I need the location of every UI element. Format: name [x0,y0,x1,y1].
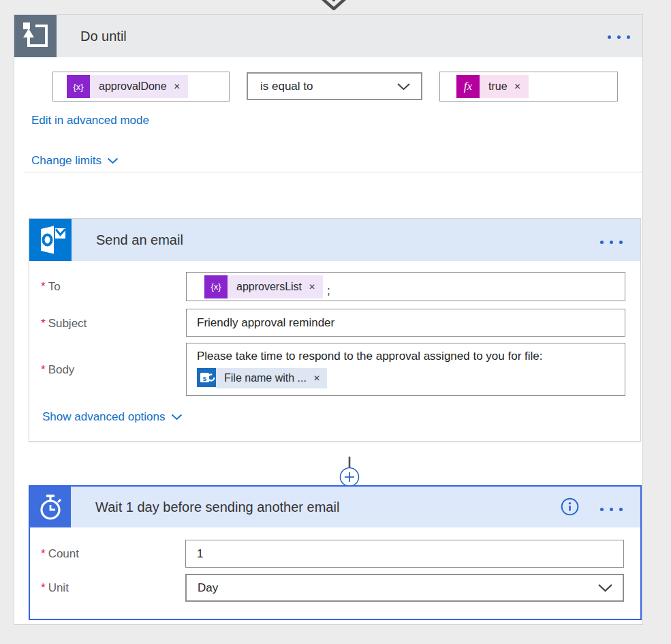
to-separator: ; [327,284,330,298]
show-advanced-options-link[interactable]: Show advanced options [42,410,183,424]
chevron-down-icon [107,157,119,164]
body-field-label: *Body [41,363,74,377]
stopwatch-icon [30,487,71,527]
body-input[interactable]: Please take time to respond to the appro… [186,343,625,396]
count-input[interactable]: 1 [185,540,624,568]
do-until-title: Do until [80,29,127,44]
unit-field-label: *Unit [41,581,69,595]
remove-token-icon[interactable]: ✕ [313,373,320,383]
do-until-header[interactable]: Do until [14,15,642,57]
condition-left-operand-field[interactable]: {x} approvalDone ✕ [52,72,230,102]
condition-right-operand-field[interactable]: fx true ✕ [439,72,618,102]
do-until-card: Do until {x} approvalDone ✕ is equal to … [14,14,643,625]
info-button[interactable] [561,497,579,519]
remove-token-icon[interactable]: ✕ [514,82,521,91]
chevron-down-icon [597,583,613,592]
change-limits-link[interactable]: Change limits [31,154,119,168]
variable-token-label: approversList [236,281,302,293]
unit-dropdown[interactable]: Day [185,574,624,602]
section-divider [25,172,642,172]
subject-input[interactable]: Friendly approval reminder [186,309,625,337]
edit-advanced-mode-link[interactable]: Edit in advanced mode [31,114,149,127]
variable-token-icon: {x} [204,275,228,298]
svg-text:s: s [202,374,206,382]
expression-token-icon: fx [456,75,480,98]
expression-token-true[interactable]: fx true ✕ [456,75,529,98]
condition-operator-value: is equal to [260,80,313,93]
variable-token-icon: {x} [67,75,90,98]
unit-dropdown-value: Day [198,581,218,595]
wait-header[interactable]: Wait 1 day before sending another email [30,487,640,527]
remove-token-icon[interactable]: ✕ [174,82,181,91]
sharepoint-icon: s [197,368,216,387]
send-email-title: Send an email [96,232,183,248]
body-text: Please take time to respond to the appro… [197,350,625,363]
chevron-down-icon [396,82,411,91]
expression-token-label: true [488,80,508,93]
info-icon [561,497,579,516]
edit-advanced-mode-label: Edit in advanced mode [31,114,149,127]
required-mark: * [41,581,46,594]
change-limits-label: Change limits [31,154,102,168]
show-advanced-options-label: Show advanced options [42,410,166,424]
outlook-icon [29,219,72,261]
flow-designer-canvas: Do until {x} approvalDone ✕ is equal to … [0,0,671,644]
subject-field-label: *Subject [41,317,87,331]
send-email-menu-button[interactable] [597,238,625,247]
connector-arrow-top-icon [316,0,352,10]
chevron-down-icon [171,414,183,420]
do-until-loop-icon [14,15,57,57]
required-mark: * [41,317,46,330]
variable-token-label: approvalDone [99,80,167,93]
wait-menu-button[interactable] [597,505,625,514]
count-field-label: *Count [41,547,79,561]
to-field-label: *To [41,280,61,294]
condition-operator-dropdown[interactable]: is equal to [247,72,422,100]
required-mark: * [41,363,46,376]
sharepoint-token-filename[interactable]: s File name with ... ✕ [197,368,327,388]
required-mark: * [41,547,46,560]
wait-delay-card: Wait 1 day before sending another email … [29,485,642,620]
do-until-menu-button[interactable] [605,33,633,42]
required-mark: * [41,280,46,293]
sharepoint-token-label: File name with ... [224,372,307,384]
to-input[interactable]: {x} approversList ✕ ; [186,272,625,301]
variable-token-approverslist[interactable]: {x} approversList ✕ [204,275,323,298]
wait-title: Wait 1 day before sending another email [95,500,339,515]
remove-token-icon[interactable]: ✕ [309,282,315,292]
send-email-card: Send an email *To {x} approversList ✕ ; … [29,218,641,442]
variable-token-approvaldone[interactable]: {x} approvalDone ✕ [67,75,188,98]
send-email-header[interactable]: Send an email [29,219,640,261]
